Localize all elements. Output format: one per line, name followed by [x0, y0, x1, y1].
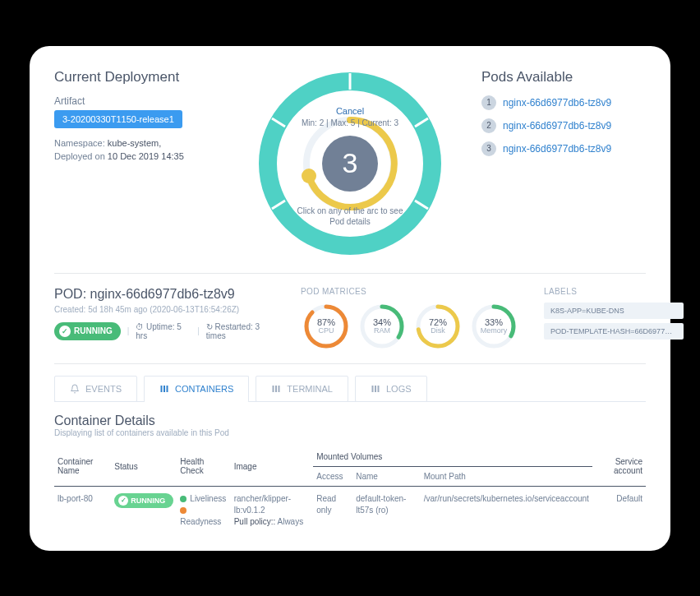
deployment-title: Current Deployment	[54, 69, 219, 85]
pod-name: POD: nginx-66d6977db6-tz8v9	[54, 287, 276, 302]
pod-index: 2	[481, 118, 496, 133]
th-image: Image	[231, 447, 314, 487]
tab-containers[interactable]: CONTAINERS	[144, 376, 249, 402]
svg-rect-23	[375, 386, 376, 392]
columns-icon	[371, 384, 380, 394]
pod-status-row: ✓RUNNING | ⏱ Uptime: 5 hrs | ↻ Restarted…	[54, 322, 276, 340]
metrics-row: 87%CPU 34%RAM 72%Disk 33%Memory	[301, 303, 519, 350]
svg-rect-21	[279, 386, 280, 392]
dial-stats: Min: 2 | Max: 5 | Current: 3	[302, 118, 398, 127]
th-volname: Name	[352, 466, 420, 486]
th-health: Health Check	[177, 447, 230, 487]
container-details: Container Details Displaying list of con…	[54, 402, 646, 534]
deployed-line: Deployed on 10 Dec 2019 14:35	[54, 150, 219, 164]
label-chip[interactable]: POD-TEMPLATE-HASH=66D6977DB6	[544, 323, 684, 340]
cell-svc: Default	[592, 486, 646, 534]
dot-orange-icon	[180, 507, 187, 514]
pod-info: POD: nginx-66d6977db6-tz8v9 Created: 5d …	[54, 287, 276, 350]
tab-terminal[interactable]: TERMINAL	[256, 376, 348, 402]
dial-count: 3	[322, 136, 378, 192]
bell-icon	[70, 384, 80, 394]
metrics-title: POD MATRICES	[301, 287, 519, 296]
details-sub: Displaying list of containers available …	[54, 428, 646, 437]
status-badge: ✓RUNNING	[54, 322, 121, 340]
artifact-chip[interactable]: 3-20200330T1150-release1	[54, 110, 182, 128]
cell-health: Liveliness Readyness	[177, 486, 230, 534]
th-mounted: Mounted Volumes	[313, 447, 592, 467]
cell-access: Read only	[313, 486, 352, 534]
pod-item[interactable]: 3nginx-66d6977db6-tz8v9	[481, 141, 646, 156]
svg-rect-20	[275, 386, 277, 392]
th-mountpath: Mount Path	[421, 466, 592, 486]
tabs: EVENTS CONTAINERS TERMINAL LOGS	[54, 376, 646, 402]
svg-rect-22	[371, 386, 373, 392]
check-icon: ✓	[118, 496, 128, 506]
restarted: ↻ Restarted: 3 times	[206, 322, 276, 340]
dial-hint: Click on any of the arc to see Pod detai…	[292, 206, 408, 227]
dial-panel: Cancel Min: 2 | Max: 5 | Current: 3 3 Cl…	[235, 69, 465, 258]
metric-ram: 34%RAM	[357, 303, 408, 350]
tab-events[interactable]: EVENTS	[54, 376, 137, 402]
cancel-link[interactable]: Cancel	[336, 106, 364, 116]
pod-created: Created: 5d 18h 45m ago (2020-06-13T16:5…	[54, 305, 276, 314]
svg-rect-18	[167, 386, 168, 392]
dashboard-card: Current Deployment Artifact 3-20200330T1…	[30, 46, 670, 551]
metric-cpu: 87%CPU	[301, 303, 352, 350]
th-svc: Service account	[592, 447, 646, 487]
deployment-panel: Current Deployment Artifact 3-20200330T1…	[54, 69, 219, 258]
pod-section: POD: nginx-66d6977db6-tz8v9 Created: 5d …	[54, 274, 646, 364]
cell-status: ✓RUNNING	[111, 486, 177, 534]
svg-rect-16	[161, 386, 163, 392]
th-status: Status	[111, 447, 177, 487]
check-icon: ✓	[59, 326, 71, 337]
artifact-label: Artifact	[54, 95, 219, 107]
cell-mountpath: /var/run/secrets/kubernetes.io/serviceac…	[421, 486, 592, 534]
containers-table: Container Name Status Health Check Image…	[54, 447, 646, 534]
uptime: ⏱ Uptime: 5 hrs	[136, 322, 191, 340]
pod-item[interactable]: 1nginx-66d6977db6-tz8v9	[481, 95, 646, 110]
pods-list: 1nginx-66d6977db6-tz8v9 2nginx-66d6977db…	[481, 95, 646, 156]
svg-rect-17	[163, 386, 165, 392]
metric-disk: 72%Disk	[412, 303, 463, 350]
labels-title: LABELS	[544, 287, 684, 296]
svg-rect-24	[377, 386, 379, 392]
th-access: Access	[313, 466, 352, 486]
metrics-panel: POD MATRICES 87%CPU 34%RAM 72%Disk 33%Me…	[301, 287, 519, 350]
label-chip[interactable]: K8S-APP=KUBE-DNS	[544, 303, 684, 319]
pod-index: 3	[481, 141, 496, 156]
dot-green-icon	[180, 496, 187, 502]
columns-icon	[271, 384, 281, 394]
pod-item[interactable]: 2nginx-66d6977db6-tz8v9	[481, 118, 646, 133]
replica-dial[interactable]: Cancel Min: 2 | Max: 5 | Current: 3 3 Cl…	[256, 69, 444, 258]
metric-memory: 33%Memory	[468, 303, 519, 350]
details-title: Container Details	[54, 414, 646, 428]
svg-point-7	[302, 169, 316, 183]
pod-index: 1	[481, 95, 496, 110]
pods-title: Pods Available	[481, 69, 646, 85]
labels-panel: LABELS K8S-APP=KUBE-DNS POD-TEMPLATE-HAS…	[544, 287, 684, 350]
table-row: lb-port-80 ✓RUNNING Liveliness Readyness…	[54, 486, 646, 534]
pods-panel: Pods Available 1nginx-66d6977db6-tz8v9 2…	[481, 69, 646, 258]
columns-icon	[159, 384, 169, 394]
cell-volname: default-token-lt57s (ro)	[352, 486, 420, 534]
tab-logs[interactable]: LOGS	[355, 376, 427, 402]
cell-name: lb-port-80	[54, 486, 111, 534]
status-badge: ✓RUNNING	[114, 493, 173, 509]
cell-image: rancher/klipper-lb:v0.1.2 Pull policy:: …	[231, 486, 314, 534]
top-section: Current Deployment Artifact 3-20200330T1…	[54, 69, 646, 274]
namespace-line: Namespace: kube-system,	[54, 136, 219, 150]
th-name: Container Name	[54, 447, 111, 487]
svg-rect-19	[273, 386, 274, 392]
